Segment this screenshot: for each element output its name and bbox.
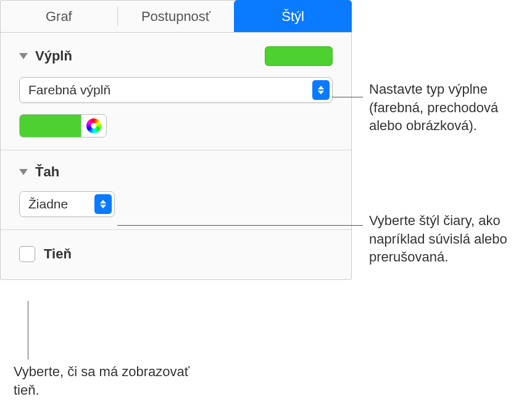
callout-fill-type: Nastavte typ výplne (farebná, prechodová…: [369, 80, 523, 135]
fill-color-well[interactable]: [19, 114, 81, 138]
chevron-up-icon: [100, 200, 106, 203]
color-wheel-icon: [86, 118, 101, 133]
chevron-down-icon[interactable]: [19, 169, 28, 175]
dropdown-stepper-icon: [94, 194, 112, 214]
chevron-down-icon: [100, 205, 106, 208]
chevron-down-icon[interactable]: [19, 53, 28, 59]
inspector-tabs: Graf Postupnosť Štýl: [1, 1, 351, 33]
style-panel: Graf Postupnosť Štýl Výplň Farebná výplň: [0, 0, 352, 280]
chevron-up-icon: [318, 86, 324, 89]
fill-header: Výplň: [19, 48, 72, 64]
color-picker-row: [19, 114, 333, 138]
stroke-title: Ťah: [35, 164, 59, 180]
dropdown-stepper-icon: [312, 80, 330, 100]
stroke-section: Ťah Žiadne: [1, 150, 351, 230]
fill-title: Výplň: [35, 48, 72, 64]
callout-shadow: Vyberte, či sa má zobrazovať tieň.: [14, 363, 199, 399]
tab-sequence[interactable]: Postupnosť: [118, 1, 235, 32]
shadow-section: Tieň: [1, 230, 351, 279]
fill-header-row: Výplň: [19, 46, 333, 66]
fill-color-swatch[interactable]: [265, 46, 333, 66]
tab-chart-label: Graf: [46, 9, 72, 25]
callout-line: [117, 225, 363, 226]
fill-type-dropdown[interactable]: Farebná výplň: [19, 77, 333, 103]
shadow-row: Tieň: [19, 246, 333, 262]
stroke-style-value: Žiadne: [20, 197, 92, 212]
shadow-label: Tieň: [44, 246, 72, 262]
tab-chart[interactable]: Graf: [1, 1, 117, 32]
callout-line: [28, 301, 28, 360]
chevron-down-icon: [318, 91, 324, 94]
shadow-checkbox[interactable]: [19, 246, 35, 262]
tab-style[interactable]: Štýl: [234, 0, 352, 32]
tab-sequence-label: Postupnosť: [141, 9, 210, 25]
stroke-style-dropdown[interactable]: Žiadne: [19, 191, 115, 217]
tab-style-label: Štýl: [281, 9, 304, 25]
stroke-header: Ťah: [19, 164, 333, 180]
fill-type-value: Farebná výplň: [20, 83, 310, 97]
fill-section: Výplň Farebná výplň: [1, 33, 351, 150]
callout-stroke-style: Vyberte štýl čiary, ako napríklad súvisl…: [369, 212, 523, 266]
callout-line: [332, 97, 363, 97]
color-wheel-button[interactable]: [81, 114, 107, 138]
